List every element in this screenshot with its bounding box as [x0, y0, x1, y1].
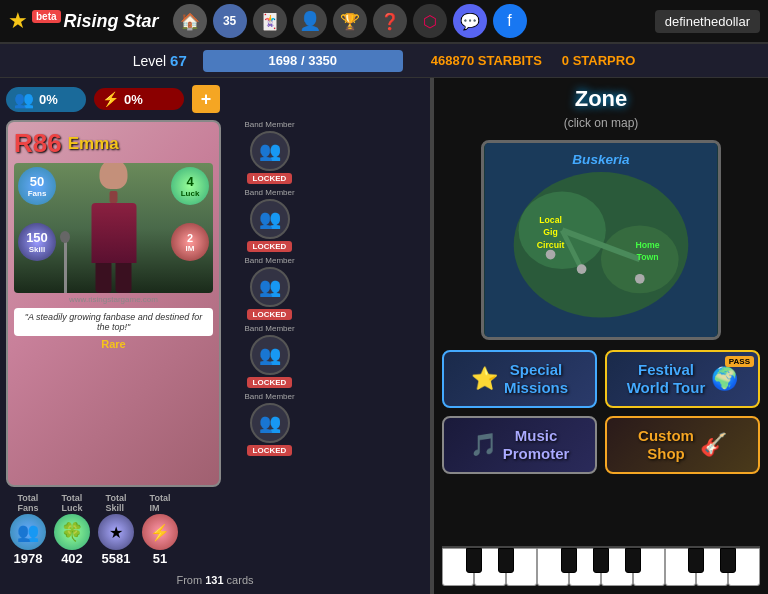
- total-im-icon: ⚡: [142, 514, 178, 550]
- card-image: 50 Fans 4 Luck 150 Skill 2 IM: [14, 163, 213, 293]
- energy-icon: ⚡: [102, 91, 119, 107]
- custom-shop-icon: 🎸: [700, 432, 727, 458]
- plus-button[interactable]: +: [192, 85, 220, 113]
- total-im: TotalIM ⚡ 51: [142, 493, 178, 566]
- card-name: Emma: [68, 134, 119, 154]
- piano-key-black-2[interactable]: [498, 548, 514, 573]
- character-card: R86 Emma: [6, 120, 221, 487]
- from-cards-text: From 131 cards: [6, 572, 424, 588]
- star-icon: ★: [8, 8, 28, 34]
- cards-icon[interactable]: 🃏: [253, 4, 287, 38]
- festival-world-tour-button[interactable]: PASS FestivalWorld Tour 🌍: [605, 350, 760, 408]
- zone-map[interactable]: Buskeria Local Gig Circuit Home Town: [481, 140, 721, 340]
- pass-badge: PASS: [725, 356, 754, 367]
- total-im-label: TotalIM: [150, 493, 171, 513]
- music-promoter-label: MusicPromoter: [503, 427, 570, 463]
- total-fans-value: 1978: [14, 551, 43, 566]
- main-content: 👥 0% ⚡ 0% + R86 Emma: [0, 78, 768, 594]
- band-slot-5-label: Band Member: [244, 392, 294, 401]
- zone-subtitle: (click on map): [442, 116, 760, 130]
- level-label: Level 67: [133, 52, 187, 69]
- svg-point-2: [519, 192, 606, 270]
- music-promoter-button[interactable]: 🎵 MusicPromoter: [442, 416, 597, 474]
- total-skill-icon: ★: [98, 514, 134, 550]
- card-quote: "A steadily growing fanbase and destined…: [14, 308, 213, 336]
- totals-row: TotalFans 👥 1978 TotalLuck 🍀 402 TotalSk…: [6, 493, 424, 566]
- locked-badge-3: LOCKED: [247, 309, 293, 320]
- svg-text:Gig: Gig: [543, 227, 558, 237]
- fans-mini-bar: 👥 0%: [6, 87, 86, 112]
- hive-icon[interactable]: ⬡: [413, 4, 447, 38]
- trophy-icon[interactable]: 🏆: [333, 4, 367, 38]
- band-slot-3-label: Band Member: [244, 256, 294, 265]
- festival-icon: 🌍: [711, 366, 738, 392]
- card-band-area: R86 Emma: [6, 120, 424, 487]
- award-icon[interactable]: 👤: [293, 4, 327, 38]
- total-luck-value: 402: [61, 551, 83, 566]
- music-icon[interactable]: 35: [213, 4, 247, 38]
- svg-point-13: [577, 264, 587, 274]
- logo-text: betaRising Star: [32, 11, 159, 32]
- music-promoter-icon: 🎵: [470, 432, 497, 458]
- card-rank: R86: [14, 128, 62, 159]
- total-skill: TotalSkill ★ 5581: [98, 493, 134, 566]
- svg-text:Buskeria: Buskeria: [572, 152, 630, 167]
- svg-point-14: [635, 274, 645, 284]
- custom-shop-button[interactable]: CustomShop 🎸: [605, 416, 760, 474]
- username-display[interactable]: definethedollar: [655, 10, 760, 33]
- total-skill-value: 5581: [102, 551, 131, 566]
- total-luck-icon: 🍀: [54, 514, 90, 550]
- right-panel: Zone (click on map) Buskeria Local Gig C…: [430, 78, 768, 594]
- facebook-icon[interactable]: f: [493, 4, 527, 38]
- band-icon-5[interactable]: 👥: [250, 403, 290, 443]
- svg-text:Home: Home: [635, 240, 659, 250]
- card-rarity: Rare: [14, 338, 213, 350]
- total-im-value: 51: [153, 551, 167, 566]
- map-svg: Buskeria Local Gig Circuit Home Town: [484, 143, 718, 337]
- locked-badge-2: LOCKED: [247, 241, 293, 252]
- energy-mini-bar: ⚡ 0%: [94, 88, 184, 110]
- piano-key-black-6[interactable]: [688, 548, 704, 573]
- band-icon-4[interactable]: 👥: [250, 335, 290, 375]
- piano-key-black-5[interactable]: [625, 548, 641, 573]
- im-stat-bubble: 2 IM: [171, 223, 209, 261]
- luck-stat-bubble: 4 Luck: [171, 167, 209, 205]
- piano-key-black-1[interactable]: [466, 548, 482, 573]
- svg-point-12: [546, 250, 556, 260]
- special-missions-button[interactable]: ⭐ SpecialMissions: [442, 350, 597, 408]
- help-icon[interactable]: ❓: [373, 4, 407, 38]
- custom-shop-label: CustomShop: [638, 427, 694, 463]
- locked-badge-5: LOCKED: [247, 445, 293, 456]
- total-fans-icon: 👥: [10, 514, 46, 550]
- band-icon-2[interactable]: 👥: [250, 199, 290, 239]
- fans-pct: 0%: [39, 92, 58, 107]
- logo-area: ★ betaRising Star: [8, 8, 159, 34]
- band-slot-4: Band Member 👥 LOCKED: [227, 324, 312, 388]
- card-website: www.risingstargame.com: [14, 295, 213, 304]
- band-slot-4-label: Band Member: [244, 324, 294, 333]
- skill-stat-bubble: 150 Skill: [18, 223, 56, 261]
- fans-mini-icon: 👥: [14, 90, 34, 109]
- discord-icon[interactable]: 💬: [453, 4, 487, 38]
- band-icon-1[interactable]: 👥: [250, 131, 290, 171]
- level-bar: Level 67 1698 / 3350 468870 STARBITS 0 S…: [0, 44, 768, 78]
- special-missions-icon: ⭐: [471, 366, 498, 392]
- home-icon[interactable]: 🏠: [173, 4, 207, 38]
- piano-key-black-7[interactable]: [720, 548, 736, 573]
- band-members-panel: Band Member 👥 LOCKED Band Member 👥 LOCKE…: [227, 120, 312, 487]
- band-slot-1: Band Member 👥 LOCKED: [227, 120, 312, 184]
- band-icon-3[interactable]: 👥: [250, 267, 290, 307]
- piano-key-black-4[interactable]: [593, 548, 609, 573]
- mini-stat-bar: 👥 0% ⚡ 0% +: [6, 84, 424, 114]
- top-nav: ★ betaRising Star 🏠 35 🃏 👤 🏆 ❓ ⬡ 💬 f def…: [0, 0, 768, 44]
- piano-key-black-3[interactable]: [561, 548, 577, 573]
- mission-grid: ⭐ SpecialMissions PASS FestivalWorld Tou…: [442, 350, 760, 474]
- band-slot-5: Band Member 👥 LOCKED: [227, 392, 312, 456]
- total-skill-label: TotalSkill: [106, 493, 127, 513]
- svg-text:Town: Town: [636, 252, 658, 262]
- festival-label: FestivalWorld Tour: [627, 361, 706, 397]
- locked-badge-4: LOCKED: [247, 377, 293, 388]
- band-slot-3: Band Member 👥 LOCKED: [227, 256, 312, 320]
- total-luck-label: TotalLuck: [61, 493, 82, 513]
- zone-title: Zone: [442, 86, 760, 112]
